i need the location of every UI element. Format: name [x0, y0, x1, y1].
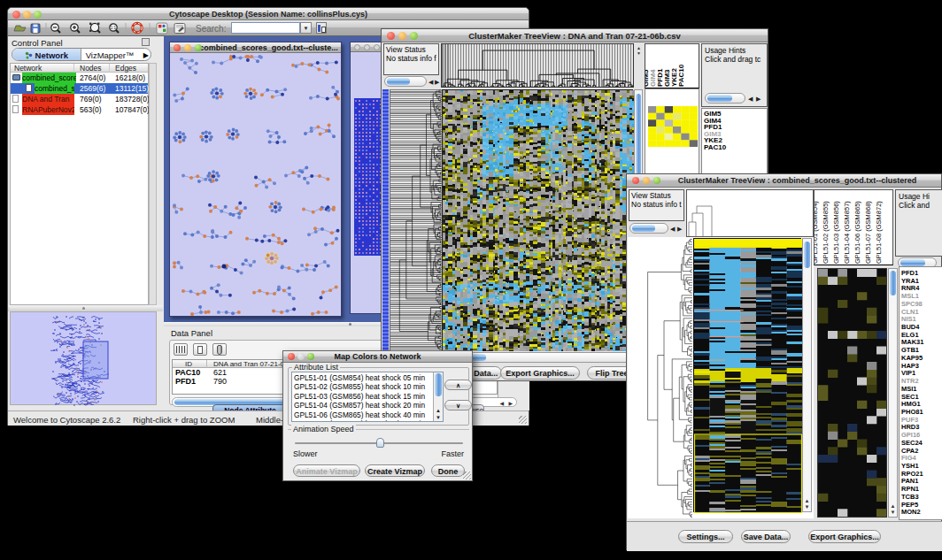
svg-text:PAC10: PAC10 [677, 64, 685, 87]
svg-text:GPL51-08 (GSM872): GPL51-08 (GSM872) [875, 201, 883, 264]
svg-text:GPL51-03 (GSM856): GPL51-03 (GSM856) [832, 201, 840, 264]
svg-text:GPL51-04 (GSM857): GPL51-04 (GSM857) [843, 201, 851, 264]
svg-text:1:1: 1:1 [111, 26, 117, 30]
svg-text:GPL51-07 (GSM868): GPL51-07 (GSM868) [864, 201, 872, 264]
svg-text:GPL51-02 (GSM855): GPL51-02 (GSM855) [822, 201, 830, 264]
svg-text:GPL51-01 (GSM854): GPL51-01 (GSM854) [815, 201, 819, 264]
svg-text:GPL51-06 (GSM865): GPL51-06 (GSM865) [853, 201, 861, 264]
